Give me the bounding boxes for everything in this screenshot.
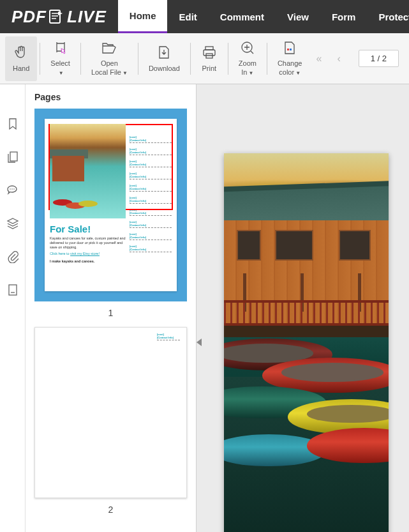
zoom-in-label: Zoom In▼: [239, 59, 257, 76]
pages-title: Pages: [26, 92, 196, 109]
app-logo: PDF LIVE: [0, 7, 118, 27]
pages-icon: [6, 151, 19, 163]
svg-point-8: [10, 188, 11, 190]
bookmark-icon: [6, 118, 19, 130]
annotations-button[interactable]: [5, 282, 20, 298]
flyer-left: For Sale! Kayaks and canoes for sale, cu…: [50, 124, 126, 286]
tab-form[interactable]: Form: [320, 0, 368, 33]
download-icon: [156, 44, 172, 61]
separator: [267, 43, 267, 75]
bookmarks-button[interactable]: [5, 116, 20, 132]
zoom-in-icon: [239, 40, 256, 56]
chat-icon: [6, 184, 19, 197]
main: Pages For Sale! Kayaks and canoes for sa…: [0, 84, 409, 532]
separator: [40, 43, 40, 75]
separator: [190, 43, 191, 75]
menubar-tabs: Home Edit Comment View Form Protect: [118, 0, 409, 33]
flyer-link: Click here to visit my Etsy store!: [50, 252, 126, 255]
chevron-down-icon: ▼: [123, 70, 128, 76]
tab-edit[interactable]: Edit: [167, 0, 208, 33]
flyer-body: Kayaks and canoes for sale, custom paint…: [50, 236, 126, 250]
cursor-icon: [52, 40, 69, 56]
page-indicator[interactable]: 1 / 2: [359, 50, 399, 67]
svg-rect-11: [9, 285, 17, 295]
svg-point-9: [11, 188, 13, 190]
svg-rect-7: [10, 152, 17, 161]
tab-protect[interactable]: Protect: [367, 0, 409, 33]
thumbnail-2[interactable]: [cost][Contact Info]: [34, 327, 187, 498]
logo-prefix: PDF: [11, 7, 47, 27]
hand-icon: [13, 44, 29, 61]
svg-point-10: [13, 188, 15, 190]
chevron-down-icon: ▼: [295, 70, 301, 76]
hand-label: Hand: [13, 65, 29, 73]
download-button[interactable]: Download: [141, 36, 188, 81]
svg-rect-6: [290, 49, 292, 50]
pages-panel: Pages For Sale! Kayaks and canoes for sa…: [26, 84, 197, 532]
document-page-1[interactable]: [224, 153, 389, 532]
svg-rect-5: [287, 49, 289, 50]
page-number-1: 1: [26, 308, 196, 318]
tab-home[interactable]: Home: [118, 0, 168, 33]
flyer-stub-p2: [cost][Contact Info]: [157, 333, 180, 345]
page-number-2: 2: [26, 505, 196, 515]
flyer-title: For Sale!: [50, 224, 126, 234]
layers-icon: [6, 217, 19, 230]
svg-rect-2: [204, 50, 215, 56]
separator: [80, 43, 81, 75]
thumbnail-1-content: For Sale! Kayaks and canoes for sale, cu…: [45, 119, 177, 291]
print-icon: [201, 44, 218, 61]
first-page-button[interactable]: «: [316, 53, 322, 65]
layers-button[interactable]: [5, 216, 20, 231]
pdf-doc-icon: [48, 9, 66, 24]
svg-rect-1: [205, 47, 213, 50]
toolbar: Hand Select▼ Open Local File▼ Download P…: [0, 33, 409, 84]
viewer[interactable]: [197, 84, 409, 532]
annotation-doc-icon: [6, 284, 19, 296]
separator: [138, 43, 138, 75]
attachments-button[interactable]: [5, 249, 20, 264]
logo-suffix: LIVE: [67, 7, 107, 27]
chevron-down-icon: ▼: [248, 70, 253, 76]
paperclip-icon: [6, 250, 19, 263]
page-nav: « ‹: [316, 53, 340, 65]
select-label: Select▼: [50, 59, 70, 76]
separator: [228, 43, 228, 75]
print-button[interactable]: Print: [193, 36, 225, 81]
tab-comment[interactable]: Comment: [209, 0, 276, 33]
collapse-panel-button[interactable]: [197, 338, 202, 346]
open-local-button[interactable]: Open Local File▼: [84, 36, 135, 81]
zoom-in-button[interactable]: Zoom In▼: [231, 36, 264, 81]
color-doc-icon: [281, 40, 298, 56]
pages-button[interactable]: [5, 149, 20, 165]
folder-open-icon: [101, 40, 117, 56]
change-color-button[interactable]: Change color▼: [270, 36, 310, 81]
select-button[interactable]: Select▼: [43, 36, 78, 81]
open-local-label: Open Local File▼: [91, 59, 128, 76]
flyer-photo: [50, 124, 126, 218]
print-label: Print: [202, 65, 216, 73]
thumbnail-2-content: [cost][Contact Info]: [34, 327, 187, 498]
download-label: Download: [149, 65, 180, 73]
iconbar: [0, 84, 26, 532]
flyer-footer: I make kayaks and canoes.: [50, 259, 126, 264]
thumbnail-1[interactable]: For Sale! Kayaks and canoes for sale, cu…: [34, 109, 187, 301]
tab-view[interactable]: View: [276, 0, 320, 33]
prev-page-button[interactable]: ‹: [337, 53, 340, 65]
comments-button[interactable]: [5, 183, 20, 198]
change-color-label: Change color▼: [278, 59, 302, 76]
hand-button[interactable]: Hand: [5, 36, 37, 81]
flyer-stubs: [cost][Contact Info] [cost][Contact Info…: [130, 124, 172, 286]
chevron-down-icon: ▼: [59, 70, 64, 76]
menubar: PDF LIVE Home Edit Comment View Form Pro…: [0, 0, 409, 33]
